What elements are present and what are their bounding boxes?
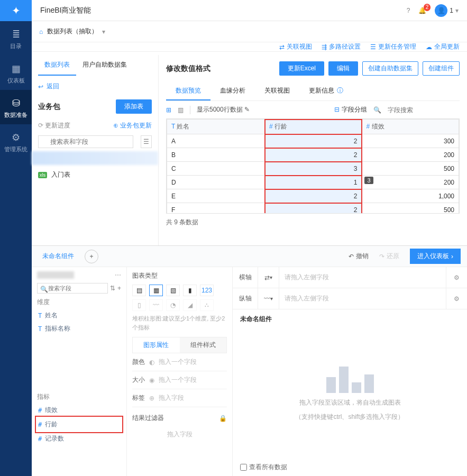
prop-color[interactable]: 颜色◐拖入一个字段: [132, 353, 227, 371]
link-task-mgmt[interactable]: ☰更新任务管理: [370, 42, 416, 51]
nav-data-prep[interactable]: ⛁数据准备: [0, 90, 32, 124]
field-group[interactable]: ⊟ 字段分组: [334, 105, 367, 114]
field-search-input[interactable]: [388, 106, 460, 114]
app-title: FineBI商业智能: [40, 6, 91, 15]
nav-system[interactable]: ⚙管理系统: [0, 124, 32, 159]
tab-data-list[interactable]: 数据列表: [38, 55, 76, 76]
undo-button[interactable]: ↶撤销: [349, 252, 369, 261]
filter-drop-zone[interactable]: 拖入字段: [132, 423, 227, 446]
chart-line[interactable]: 〰: [149, 299, 163, 311]
field-name[interactable]: T姓名: [37, 309, 121, 322]
create-component-button[interactable]: 创建组件: [423, 61, 460, 76]
data-preview-panel: 修改数值格式 更新Excel 编辑 创建自助数据集 创建组件 数据预览 血缘分析…: [159, 55, 467, 245]
user-menu[interactable]: 👤1▾: [435, 4, 459, 17]
tab-self-dataset[interactable]: 用户自助数据集: [76, 55, 133, 76]
chart-area[interactable]: ◢: [183, 299, 197, 311]
field-rank[interactable]: #行龄: [37, 418, 121, 431]
prop-label[interactable]: 标签⊕拖入字段: [132, 389, 227, 407]
view-all-checkbox[interactable]: [240, 464, 247, 471]
enter-dashboard-button[interactable]: 进入仪表板›: [410, 249, 461, 264]
table-row[interactable]: D13200: [167, 176, 459, 189]
h-axis-settings-icon[interactable]: ⚙: [446, 267, 467, 288]
column-icon[interactable]: ▥: [178, 106, 184, 114]
table-row[interactable]: A2300: [167, 134, 459, 148]
redo-icon: ↷: [379, 253, 384, 260]
search-input[interactable]: [38, 135, 133, 148]
chart-table[interactable]: ▦: [149, 285, 163, 296]
edit-button[interactable]: 编辑: [328, 61, 358, 76]
breadcrumb[interactable]: 数据列表（抽取）: [47, 27, 98, 36]
chevron-down-icon[interactable]: ▾: [102, 28, 105, 35]
v-axis-settings-icon[interactable]: ⚙: [446, 288, 467, 309]
search-icon-2: 🔍: [373, 106, 381, 114]
col-perf[interactable]: # 绩效: [362, 120, 459, 134]
table-row[interactable]: E21,000: [167, 189, 459, 203]
v-axis-drop[interactable]: 请拖入左侧字段: [279, 294, 446, 303]
v-axis-config-icon[interactable]: 〰▾: [258, 288, 279, 309]
vertical-nav: ✦ ≣目录 ▦仪表板 ⛁数据准备 ⚙管理系统: [0, 0, 32, 476]
field-count[interactable]: #记录数: [37, 432, 121, 445]
chart-kpi[interactable]: 123: [200, 285, 214, 296]
lock-icon[interactable]: 🔒: [219, 415, 227, 422]
grid-icon[interactable]: ⊞: [166, 106, 171, 114]
add-component-button[interactable]: +: [85, 250, 98, 263]
chart-cross[interactable]: ▧: [166, 285, 180, 296]
redo-button[interactable]: ↷还原: [379, 252, 399, 261]
chart-auto[interactable]: ▤: [132, 285, 146, 296]
link-global-update[interactable]: ☁全局更新: [426, 42, 460, 51]
component-name[interactable]: 未命名组件: [233, 309, 467, 329]
tab-update-info[interactable]: 更新信息 ⓘ: [299, 82, 353, 100]
info-icon: ⓘ: [335, 87, 343, 94]
h-axis-config-icon[interactable]: ⇄▾: [258, 267, 279, 288]
col-rank[interactable]: # 行龄: [265, 120, 362, 134]
tab-component-style[interactable]: 组件样式: [180, 337, 227, 353]
h-axis-label: 横轴: [233, 267, 258, 288]
link-multipath[interactable]: ⇶多路径设置: [322, 42, 361, 51]
table-row[interactable]: F2500: [167, 203, 459, 214]
more-icon[interactable]: ⋯: [115, 271, 121, 279]
result-filter-title: 结果过滤器: [132, 414, 164, 423]
chart-pie[interactable]: ◔: [166, 299, 180, 311]
component-tab[interactable]: 未命名组件: [38, 249, 78, 264]
link-relation-view[interactable]: ⇄关联视图: [279, 42, 312, 51]
chart-scatter[interactable]: ∴: [200, 299, 214, 311]
notification-icon[interactable]: 🔔2: [418, 7, 426, 14]
fields-panel: ⋯ 🔍 ⇅ + 维度 T姓名 T指标名称 指标 #绩效: [32, 267, 127, 476]
prop-size[interactable]: 大小◉拖入一个字段: [132, 371, 227, 389]
h-axis-drop[interactable]: 请拖入左侧字段: [279, 273, 446, 282]
logo[interactable]: ✦: [0, 0, 32, 21]
refresh-progress[interactable]: ⟳ 更新进度: [38, 121, 70, 130]
help-icon[interactable]: ?: [407, 7, 410, 14]
tab-lineage[interactable]: 血缘分析: [210, 82, 255, 100]
table-row[interactable]: B2200: [167, 148, 459, 162]
filter-icon[interactable]: ☰: [141, 135, 152, 148]
chart-bar[interactable]: ▯: [132, 299, 146, 311]
col-name[interactable]: T 姓名: [167, 120, 265, 134]
home-icon[interactable]: ⌂: [39, 28, 43, 35]
chart-placeholder-icon: [326, 367, 374, 393]
canvas-drop-zone[interactable]: 拖入字段至该区域，将自动生成图表 （支持快捷键ctrl、shift多选拖入字段）: [233, 329, 467, 459]
field-perf[interactable]: #绩效: [37, 404, 121, 417]
undo-icon: ↶: [349, 253, 354, 260]
nav-catalog[interactable]: ≣目录: [0, 21, 32, 56]
rows-label[interactable]: 显示5000行数据 ✎: [197, 105, 250, 114]
task-icon: ☰: [370, 43, 376, 51]
tab-relation[interactable]: 关联视图: [255, 82, 299, 100]
tab-graphic-prop[interactable]: 图形属性: [133, 337, 180, 353]
table-item[interactable]: xls 入门表: [38, 165, 152, 185]
sort-icon[interactable]: ⇅: [110, 285, 115, 292]
create-self-dataset-button[interactable]: 创建自助数据集: [362, 61, 418, 76]
dimension-title: 维度: [37, 298, 121, 307]
xls-icon: xls: [38, 172, 47, 178]
update-excel-button[interactable]: 更新Excel: [279, 61, 324, 76]
chart-stack[interactable]: ▮: [183, 285, 197, 296]
back-button[interactable]: ↩返回: [38, 77, 152, 96]
nav-dashboard[interactable]: ▦仪表板: [0, 56, 32, 90]
table-row[interactable]: C3500: [167, 162, 459, 176]
package-update[interactable]: ⊕ 业务包更新: [113, 121, 152, 130]
plus-icon[interactable]: +: [117, 285, 121, 292]
field-metric-name[interactable]: T指标名称: [37, 322, 121, 335]
tab-preview[interactable]: 数据预览: [166, 82, 210, 100]
canvas-panel: 横轴 ⇄▾ 请拖入左侧字段 ⚙ 纵轴 〰▾ 请拖入左侧字段 ⚙ 未命名组件: [233, 267, 467, 476]
add-table-button[interactable]: 添加表: [116, 99, 152, 114]
